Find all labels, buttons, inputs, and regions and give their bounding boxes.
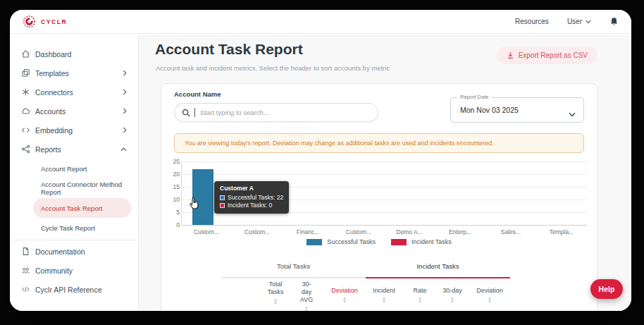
tooltip-swatch	[220, 203, 225, 208]
bell-icon	[609, 17, 619, 27]
report-date-select[interactable]: Report Date Mon Nov 03 2025	[450, 97, 584, 123]
y-axis-tick-label: 25	[168, 158, 180, 165]
sidebar-subitem-account-connector-method-report[interactable]: Account Connector Method Report	[33, 178, 131, 198]
brand-name: CYCLR	[41, 18, 67, 25]
sidebar-item-label: Dashboard	[35, 50, 71, 59]
sidebar: Dashboard Templates Connectors Accounts …	[10, 35, 139, 311]
resources-link[interactable]: Resources	[515, 18, 549, 25]
sidebar-item-connectors[interactable]: Connectors	[10, 82, 138, 102]
y-axis-tick-label: 5	[168, 209, 180, 216]
sidebar-item-label: Cyclr API Reference	[35, 286, 102, 294]
chevron-right-icon	[123, 70, 127, 76]
chevron-down-icon	[586, 20, 591, 24]
x-axis-category-label[interactable]: Custom...	[232, 228, 283, 235]
account-search-field[interactable]	[174, 103, 378, 122]
search-input[interactable]	[200, 109, 371, 116]
x-axis-category-label[interactable]: Enterp...	[435, 228, 485, 235]
legend-label: Incident Tasks	[411, 238, 452, 245]
sidebar-item-reports[interactable]: Reports	[10, 140, 138, 159]
report-card: Account Name Report Date Mon Nov 03 2025…	[161, 83, 597, 311]
y-axis-tick-label: 0	[168, 221, 180, 228]
sidebar-item-community[interactable]: Community	[10, 261, 138, 280]
sidebar-subitem-account-task-report[interactable]: Account Task Report	[33, 198, 131, 218]
col-header-total-tasks[interactable]: Total Tasks▲▼	[267, 281, 283, 305]
notifications-button[interactable]	[609, 17, 619, 27]
sort-icon: ▲▼	[450, 297, 454, 304]
help-button[interactable]: Help	[590, 279, 623, 299]
tooltip-row: Incident Tasks: 0	[220, 202, 283, 209]
chevron-right-icon	[123, 89, 127, 95]
chevron-right-icon	[123, 127, 127, 133]
y-axis-tick-label: 10	[168, 196, 180, 203]
today-report-warning-banner: You are viewing today's report. Deviatio…	[174, 133, 584, 153]
y-axis-tick-label: 20	[168, 171, 180, 178]
col-header-rate[interactable]: Rate▲▼	[413, 281, 426, 304]
col-header-30-day[interactable]: 30-day▲▼	[442, 281, 462, 304]
code-slash-icon	[21, 285, 30, 294]
x-axis-category-label[interactable]: Sales...	[485, 228, 536, 235]
sidebar-item-label: Connectors	[35, 88, 73, 97]
app-window: CYCLR Resources User Dashboard Templates	[10, 10, 631, 311]
tooltip-title: Customer A	[220, 185, 283, 192]
chevron-up-icon	[120, 147, 127, 152]
tooltip-text: Incident Tasks: 0	[228, 202, 272, 209]
export-csv-button[interactable]: Export Report as CSV	[497, 47, 597, 64]
tab-incident-tasks[interactable]: Incident Tasks	[366, 256, 510, 278]
x-axis-category-label[interactable]: Custom...	[181, 228, 232, 235]
metric-tabs: Total Tasks Incident Tasks	[221, 256, 510, 278]
sidebar-subitem-cycle-task-report[interactable]: Cycle Task Report	[33, 218, 131, 238]
community-people-icon	[21, 266, 30, 275]
user-menu-label: User	[567, 18, 582, 25]
sidebar-item-documentation[interactable]: Documentation	[10, 242, 138, 261]
sidebar-item-templates[interactable]: Templates	[10, 63, 138, 82]
sidebar-item-label: Embedding	[35, 126, 73, 135]
x-axis-category-label[interactable]: Templa...	[536, 228, 587, 235]
sidebar-item-label: Reports	[35, 145, 61, 154]
page-title: Account Task Report	[155, 41, 303, 58]
sidebar-item-api-reference[interactable]: Cyclr API Reference	[10, 280, 138, 299]
user-menu[interactable]: User	[567, 18, 591, 25]
reports-share-icon	[21, 145, 30, 154]
sidebar-item-label: Accounts	[35, 107, 66, 116]
x-axis-category-label[interactable]: Custom...	[333, 228, 384, 235]
brand-logo[interactable]: CYCLR	[23, 15, 67, 28]
y-axis-tick-label: 15	[168, 183, 180, 190]
legend-item[interactable]: Incident Tasks	[391, 238, 452, 245]
sidebar-item-label: Documentation	[35, 247, 85, 256]
report-date-label: Report Date	[457, 94, 491, 100]
col-header-incident[interactable]: Incident▲▼	[373, 281, 395, 304]
main-content: Account Task Report Account task and inc…	[139, 35, 631, 311]
x-axis-category-label[interactable]: Financ...	[283, 228, 333, 235]
sort-icon: ▲▼	[304, 306, 309, 311]
chevron-right-icon	[123, 108, 127, 114]
search-icon	[182, 109, 190, 117]
col-header-deviation-2[interactable]: Deviation▲▼	[476, 281, 503, 304]
top-nav-links: Resources User	[515, 17, 619, 27]
col-header-deviation[interactable]: Deviation▲▼	[331, 281, 358, 304]
tab-total-tasks[interactable]: Total Tasks	[221, 256, 366, 278]
page-subtitle: Account task and incident metrics. Selec…	[156, 64, 390, 72]
home-icon	[21, 49, 30, 59]
sidebar-item-embedding[interactable]: Embedding	[10, 121, 138, 140]
col-header-30-day-avg[interactable]: 30- day AVG▲▼	[300, 281, 313, 311]
legend-item[interactable]: Successful Tasks	[306, 238, 376, 245]
download-icon	[507, 51, 514, 59]
sidebar-item-accounts[interactable]: Accounts	[10, 102, 138, 121]
tooltip-row: Successful Tasks: 22	[220, 194, 283, 202]
cyclr-logo-icon	[23, 15, 36, 28]
sidebar-subitem-account-report[interactable]: Account Report	[33, 159, 131, 178]
tooltip-text: Successful Tasks: 22	[228, 194, 283, 202]
legend-label: Successful Tasks	[327, 238, 376, 245]
chevron-down-icon	[569, 107, 576, 120]
report-date-value: Mon Nov 03 2025	[460, 106, 519, 114]
sort-icon: ▲▼	[488, 297, 492, 304]
sidebar-item-label: Community	[35, 266, 73, 275]
code-brackets-icon	[21, 125, 30, 135]
legend-swatch	[391, 239, 407, 245]
bar-Custom...[interactable]	[192, 169, 213, 225]
chart-legend: Successful TasksIncident Tasks	[161, 238, 597, 245]
sidebar-item-dashboard[interactable]: Dashboard	[10, 44, 138, 63]
connectors-icon	[21, 87, 30, 97]
x-axis-category-label[interactable]: Demo A...	[384, 228, 435, 235]
reports-submenu: Account Report Account Connector Method …	[10, 159, 138, 238]
